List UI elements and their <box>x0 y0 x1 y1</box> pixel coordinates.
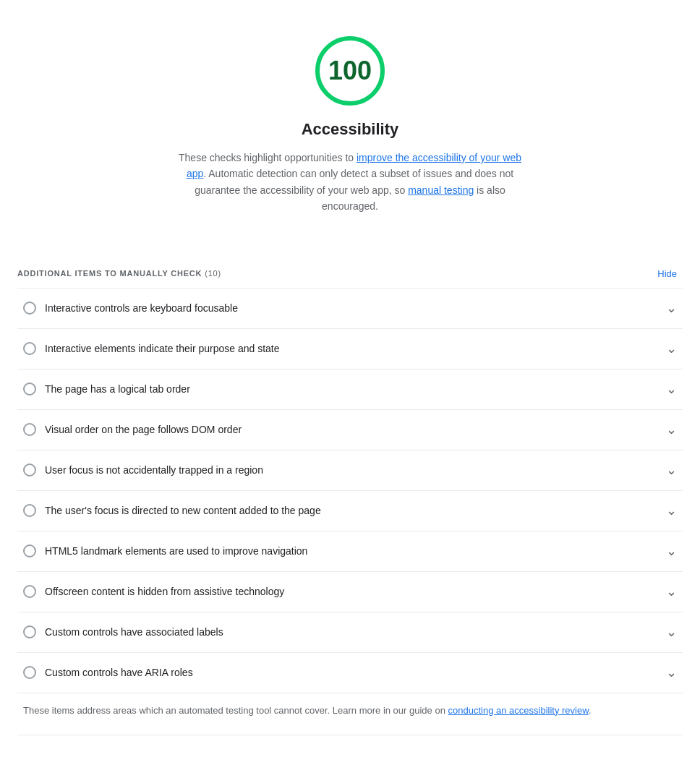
audit-status-circle <box>23 302 36 315</box>
audit-item-label: Interactive elements indicate their purp… <box>45 341 280 356</box>
audit-item[interactable]: Custom controls have ARIA roles ⌄ <box>17 653 683 693</box>
audit-item[interactable]: HTML5 landmark elements are used to impr… <box>17 531 683 572</box>
footer-text-after: . <box>589 705 592 716</box>
audit-item-left: The page has a logical tab order <box>23 382 660 397</box>
audit-item-label: Offscreen content is hidden from assisti… <box>45 584 284 599</box>
section-divider <box>17 735 683 735</box>
passed-audits-section: PASSED AUDITS (9) Show <box>17 735 683 765</box>
audit-item-label: Interactive controls are keyboard focusa… <box>45 301 238 316</box>
audit-status-circle <box>23 585 36 598</box>
audit-status-circle <box>23 423 36 436</box>
chevron-down-icon: ⌄ <box>666 663 677 683</box>
manual-section-title: ADDITIONAL ITEMS TO MANUALLY CHECK (10) <box>17 268 221 280</box>
audit-item-left: Interactive controls are keyboard focusa… <box>23 301 660 316</box>
footer-text-before: These items address areas which an autom… <box>23 705 448 716</box>
description-text-1: These checks highlight opportunities to <box>179 152 357 163</box>
audit-item[interactable]: Interactive controls are keyboard focusa… <box>17 289 683 329</box>
chevron-down-icon: ⌄ <box>666 582 677 602</box>
audit-item[interactable]: The page has a logical tab order ⌄ <box>17 369 683 410</box>
audit-item-left: Offscreen content is hidden from assisti… <box>23 584 660 599</box>
audit-footer-note: These items address areas which an autom… <box>17 693 683 728</box>
manual-section-count: (10) <box>205 269 221 278</box>
chevron-down-icon: ⌄ <box>666 299 677 318</box>
audit-item-left: The user's focus is directed to new cont… <box>23 503 660 518</box>
audit-item-label: Custom controls have associated labels <box>45 625 223 640</box>
accessibility-review-link[interactable]: conducting an accessibility review <box>448 705 589 716</box>
audit-item-left: HTML5 landmark elements are used to impr… <box>23 544 660 559</box>
chevron-down-icon: ⌄ <box>666 380 677 399</box>
manual-check-section: ADDITIONAL ITEMS TO MANUALLY CHECK (10) … <box>17 251 683 728</box>
chevron-down-icon: ⌄ <box>666 501 677 521</box>
audit-item-label: Custom controls have ARIA roles <box>45 665 193 680</box>
manual-section-toggle[interactable]: Hide <box>652 265 683 282</box>
audit-item-label: HTML5 landmark elements are used to impr… <box>45 544 307 559</box>
chevron-down-icon: ⌄ <box>666 461 677 480</box>
audit-item-label: The user's focus is directed to new cont… <box>45 503 321 518</box>
audit-item-label: User focus is not accidentally trapped i… <box>45 463 263 478</box>
score-description: These checks highlight opportunities to … <box>176 150 524 215</box>
audit-item[interactable]: Offscreen content is hidden from assisti… <box>17 572 683 612</box>
passed-section-header: PASSED AUDITS (9) Show <box>17 757 683 765</box>
score-circle: 100 <box>315 36 385 106</box>
audit-item-label: Visual order on the page follows DOM ord… <box>45 422 242 437</box>
audit-item[interactable]: User focus is not accidentally trapped i… <box>17 450 683 491</box>
chevron-down-icon: ⌄ <box>666 339 677 359</box>
audit-item[interactable]: Custom controls have associated labels ⌄ <box>17 612 683 653</box>
score-section: 100 Accessibility These checks highlight… <box>17 14 683 229</box>
audit-status-circle <box>23 382 36 396</box>
page-title: Accessibility <box>302 117 399 141</box>
audit-item[interactable]: Interactive elements indicate their purp… <box>17 329 683 369</box>
score-value: 100 <box>328 51 372 90</box>
chevron-down-icon: ⌄ <box>666 420 677 440</box>
chevron-down-icon: ⌄ <box>666 542 677 561</box>
audit-item[interactable]: The user's focus is directed to new cont… <box>17 491 683 531</box>
audit-status-circle <box>23 342 36 355</box>
chevron-down-icon: ⌄ <box>666 623 677 642</box>
audit-item[interactable]: Visual order on the page follows DOM ord… <box>17 410 683 450</box>
audit-item-left: Visual order on the page follows DOM ord… <box>23 422 660 437</box>
audit-status-circle <box>23 504 36 517</box>
audit-item-left: Custom controls have associated labels <box>23 625 660 640</box>
audit-item-left: User focus is not accidentally trapped i… <box>23 463 660 478</box>
audit-status-circle <box>23 666 36 679</box>
audit-item-left: Interactive elements indicate their purp… <box>23 341 660 356</box>
audit-status-circle <box>23 625 36 638</box>
audit-list: Interactive controls are keyboard focusa… <box>17 288 683 693</box>
audit-status-circle <box>23 463 36 476</box>
manual-section-header: ADDITIONAL ITEMS TO MANUALLY CHECK (10) … <box>17 251 683 288</box>
audit-item-left: Custom controls have ARIA roles <box>23 665 660 680</box>
audit-item-label: The page has a logical tab order <box>45 382 190 397</box>
manual-testing-link[interactable]: manual testing <box>408 184 474 196</box>
audit-status-circle <box>23 544 36 557</box>
